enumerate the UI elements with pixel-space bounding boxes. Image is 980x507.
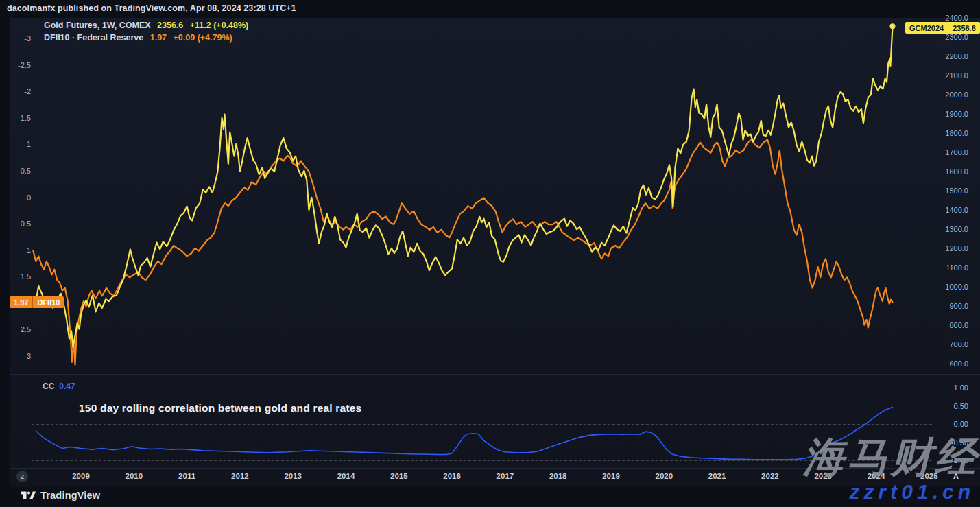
legend-value-gold: 2356.6 [157, 21, 183, 30]
correlation-legend: CC0.47 [43, 381, 75, 391]
correlation-axis-tick: 1.00 [920, 384, 968, 392]
left-axis-tick: 1 [0, 246, 31, 255]
right-axis-tick: 1700.0 [920, 148, 968, 156]
right-axis-tick: 2000.0 [920, 91, 968, 99]
watermark-cjk: 海马财经 [803, 435, 979, 480]
dfii-price-label: 1.97 DFII10 [10, 296, 64, 308]
right-axis-tick: 1400.0 [920, 206, 968, 214]
gold-price-label: GCM2024 2356.6 [905, 22, 980, 34]
panel-separator [10, 374, 980, 375]
left-axis-tick: -1 [0, 140, 31, 148]
cc-indicator-label: CC [43, 381, 54, 391]
x-axis-year-tick: 2018 [542, 472, 575, 480]
chart-annotation: 150 day rolling correlation between gold… [79, 402, 361, 414]
legend-row-dfii: DFII10 · Federal Reserve 1.97 +0.09 (+4.… [44, 32, 252, 44]
right-axis-tick: 2400.0 [920, 14, 968, 22]
right-axis-tick: 1800.0 [920, 129, 968, 137]
tradingview-brand-link[interactable]: TradingView [21, 490, 100, 501]
left-axis-tick: 0 [0, 193, 31, 202]
cc-indicator-value: 0.47 [59, 381, 75, 391]
right-axis-tick: 1200.0 [920, 244, 968, 252]
gold-symbol: GCM2024 [905, 22, 948, 34]
published-by-text: dacolmanfx published on TradingView.com,… [7, 3, 296, 13]
x-axis-year-tick: 2019 [595, 472, 628, 480]
right-axis-tick: 2300.0 [920, 33, 968, 41]
left-axis-tick: -3 [0, 34, 31, 43]
x-axis-year-tick: 2012 [224, 472, 256, 480]
correlation-axis-tick: 0.00 [920, 420, 968, 428]
left-axis-tick: -2 [0, 87, 31, 95]
left-axis-tick: 0.5 [0, 220, 31, 228]
x-axis-year-tick: 2022 [754, 472, 787, 480]
legend-title-gold: Gold Futures, 1W, COMEX [44, 21, 151, 30]
legend-value-dfii: 1.97 [150, 33, 167, 43]
correlation-axis-tick: 0.50 [920, 402, 968, 410]
legend-change-dfii: +0.09 (+4.79%) [174, 33, 232, 43]
left-axis-tick: 2.5 [0, 325, 31, 333]
right-axis-tick: 1100.0 [920, 263, 968, 272]
dfii-price-value: 1.97 [10, 296, 32, 308]
x-axis-year-tick: 2020 [647, 472, 680, 480]
right-axis-tick: 1600.0 [920, 167, 968, 176]
tradingview-wordmark: TradingView [40, 490, 100, 501]
legend-row-gold: Gold Futures, 1W, COMEX 2356.6 +11.2 (+0… [44, 19, 252, 32]
left-axis-tick: -0.5 [0, 167, 31, 175]
right-axis-tick: 900.0 [920, 302, 968, 310]
x-axis-year-tick: 2015 [383, 472, 416, 480]
right-axis-tick: 2200.0 [920, 52, 968, 60]
legend-change-gold: +11.2 (+0.48%) [190, 21, 248, 30]
x-axis-year-tick: 2016 [435, 472, 468, 480]
x-axis-year-tick: 2010 [117, 472, 150, 480]
left-axis-tick: 1.5 [0, 272, 31, 281]
x-axis-year-tick: 2017 [488, 472, 521, 480]
watermark-url[interactable]: zzrt01.cn [850, 480, 975, 504]
x-axis-year-tick: 2014 [330, 472, 363, 480]
dfii-symbol: DFII10 [33, 296, 64, 308]
gold-price-value: 2356.6 [948, 22, 980, 34]
right-axis-tick: 700.0 [920, 340, 968, 349]
right-axis-tick: 1500.0 [920, 187, 968, 195]
chart-card [10, 18, 980, 487]
left-axis-tick: -1.5 [0, 114, 31, 122]
left-axis-tick: 3 [0, 352, 31, 360]
x-axis-year-tick: 2013 [276, 472, 309, 480]
right-axis-tick: 1300.0 [920, 225, 968, 233]
tradingview-logo-icon [21, 491, 36, 500]
right-axis-tick: 2100.0 [920, 71, 968, 80]
x-axis-year-tick: 2009 [64, 472, 97, 480]
right-axis-tick: 1000.0 [920, 283, 968, 291]
tradingview-snapshot: { "header": { "published_line": "dacolma… [0, 0, 980, 507]
right-axis-tick: 1900.0 [920, 110, 968, 118]
timezone-button[interactable]: Z [16, 471, 28, 482]
right-axis-tick: 600.0 [920, 359, 968, 368]
x-axis-year-tick: 2011 [171, 472, 204, 480]
right-axis-tick: 800.0 [920, 321, 968, 329]
legend-title-dfii: DFII10 · Federal Reserve [44, 33, 143, 43]
x-axis-year-tick: 2021 [701, 472, 734, 480]
main-legend: Gold Futures, 1W, COMEX 2356.6 +11.2 (+0… [44, 19, 252, 44]
left-axis-tick: -2.5 [0, 61, 31, 69]
